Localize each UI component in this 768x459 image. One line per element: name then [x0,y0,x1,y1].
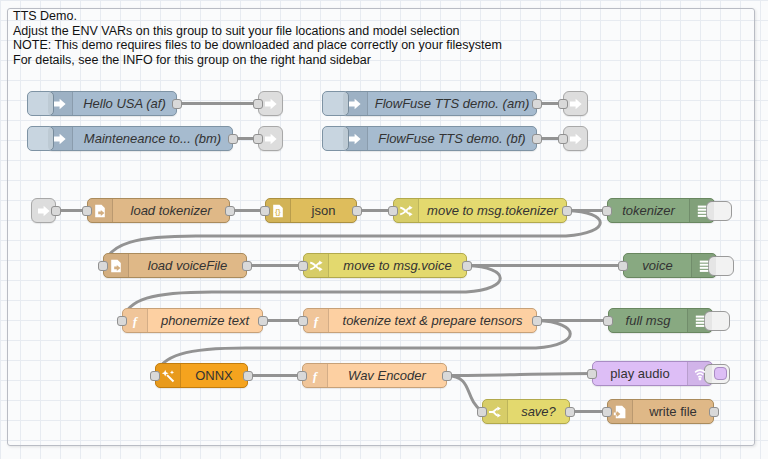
node-phonemize-text[interactable]: phonemize text [122,308,263,333]
output-port[interactable] [243,371,253,381]
node-load-tokenizer[interactable]: load tokenizer [87,198,230,223]
node-onnx[interactable]: ONNX [155,363,248,388]
input-port[interactable] [117,316,127,326]
inject-icon [343,127,368,150]
inject-icon [48,92,73,115]
node-inject-hello-usa[interactable]: Hello USA (af) [47,91,177,116]
node-move-to-msg-voice[interactable]: move to msg.voice [303,253,467,278]
node-label: full msg [609,309,687,332]
input-port[interactable] [558,99,568,109]
input-port[interactable] [603,316,613,326]
node-link-out-4[interactable] [563,126,588,151]
node-label: Mainteneance to... (bm) [73,127,232,150]
link-out-icon [569,97,583,111]
input-port[interactable] [253,134,263,144]
link-out-icon [569,132,583,146]
input-port[interactable] [298,261,308,271]
output-port[interactable] [242,261,252,271]
output-port[interactable] [225,206,235,216]
input-port[interactable] [253,99,263,109]
input-port[interactable] [388,206,398,216]
input-port[interactable] [260,206,270,216]
node-label: tokenize text & prepare tensors [329,309,536,332]
node-debug-tokenizer[interactable]: tokenizer [607,198,715,223]
node-move-to-msg-tokenizer[interactable]: move to msg.tokenizer [393,198,567,223]
output-port[interactable] [51,206,61,216]
node-label: load tokenizer [113,199,229,222]
inject-icon [48,127,73,150]
input-port[interactable] [297,371,307,381]
link-in-icon [37,204,51,218]
output-port[interactable] [352,206,362,216]
node-link-out-2[interactable] [258,126,283,151]
node-label: tokenizer [608,199,689,222]
node-link-out-1[interactable] [258,91,283,116]
play-audio-toggle-inner [714,367,727,380]
output-port[interactable] [258,316,268,326]
input-port[interactable] [298,316,308,326]
node-debug-voice[interactable]: voice [623,253,717,278]
node-label: FlowFuse TTS demo. (bf) [368,127,536,150]
node-link-out-3[interactable] [563,91,588,116]
link-out-icon [264,97,278,111]
node-debug-full-msg[interactable]: full msg [608,308,713,333]
node-label: Wav Encoder [328,364,446,387]
debug-icon [691,254,716,277]
node-label: voice [624,254,691,277]
input-port[interactable] [150,371,160,381]
node-label: write file [633,400,713,423]
inject-icon [343,92,368,115]
node-switch-save[interactable]: save? [482,399,570,424]
node-tokenize-prepare-tensors[interactable]: tokenize text & prepare tensors [303,308,537,333]
input-port[interactable] [98,261,108,271]
output-port[interactable] [709,407,719,417]
wires-layer [0,0,768,459]
debug-icon [689,199,714,222]
node-wav-encoder[interactable]: Wav Encoder [302,363,447,388]
debug-icon [687,309,712,332]
output-port[interactable] [228,134,238,144]
output-port[interactable] [532,134,542,144]
output-port[interactable] [442,371,452,381]
svg-text:{}: {} [275,207,281,216]
node-label: move to msg.tokenizer [419,199,566,222]
output-port[interactable] [565,407,575,417]
node-json[interactable]: {} json [265,198,357,223]
flow-canvas[interactable]: f TTS Demo. Adjust the ENV VARs on this … [0,0,768,459]
output-port[interactable] [172,99,182,109]
node-label: json [291,199,356,222]
input-port[interactable] [587,369,597,379]
node-inject-flowfuse-am[interactable]: FlowFuse TTS demo. (am) [342,91,537,116]
node-label: Hello USA (af) [73,92,176,115]
input-port[interactable] [477,407,487,417]
node-label: play audio [593,362,687,385]
node-inject-flowfuse-bf[interactable]: FlowFuse TTS demo. (bf) [342,126,537,151]
output-port[interactable] [532,316,542,326]
wire-wav-to-play[interactable] [447,374,592,376]
node-play-audio[interactable]: play audio [592,361,713,386]
output-port[interactable] [562,206,572,216]
input-port[interactable] [82,206,92,216]
node-label: phonemize text [148,309,262,332]
node-label: FlowFuse TTS demo. (am) [368,92,536,115]
input-port[interactable] [618,261,628,271]
node-link-in[interactable] [31,198,56,223]
node-load-voicefile[interactable]: load voiceFile [103,253,247,278]
node-inject-maintenance[interactable]: Mainteneance to... (bm) [47,126,233,151]
speaker-waves-icon [687,362,712,385]
node-label: save? [508,400,569,423]
node-label: load voiceFile [129,254,246,277]
input-port[interactable] [602,206,612,216]
node-write-file[interactable]: write file [607,399,714,424]
input-port[interactable] [602,407,612,417]
link-out-icon [264,132,278,146]
node-label: ONNX [181,364,247,387]
wire-wav-to-save[interactable] [447,376,482,412]
output-port[interactable] [462,261,472,271]
output-port[interactable] [532,99,542,109]
input-port[interactable] [558,134,568,144]
node-label: move to msg.voice [329,254,466,277]
